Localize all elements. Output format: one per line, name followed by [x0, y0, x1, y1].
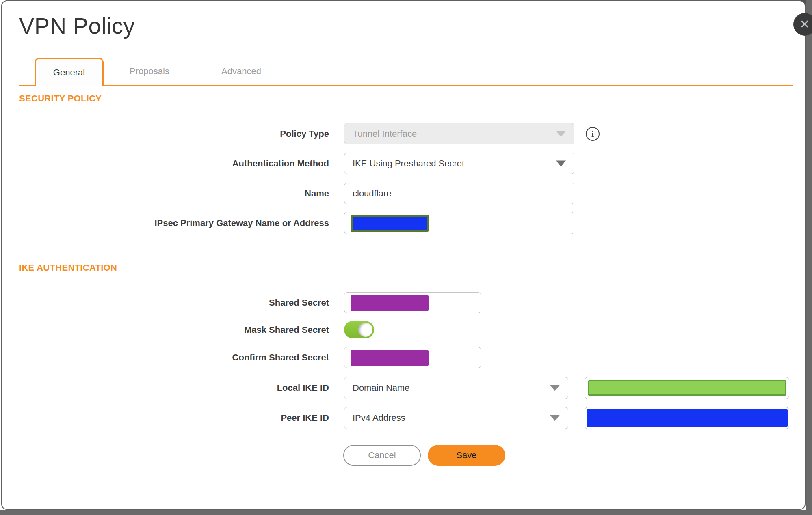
section-heading-security-policy: SECURITY POLICY [19, 93, 102, 104]
vpn-policy-dialog: VPN Policy General Proposals Advanced SE… [1, 0, 806, 510]
confirm-shared-secret-input[interactable] [344, 347, 481, 368]
policy-type-label: Policy Type [2, 123, 329, 144]
confirm-shared-secret-label: Confirm Shared Secret [2, 347, 329, 368]
chevron-down-icon [556, 131, 566, 137]
gateway-label: IPsec Primary Gateway Name or Address [2, 212, 329, 234]
peer-ike-id-value-input[interactable] [585, 407, 789, 429]
redacted-value-overlay [351, 350, 429, 366]
save-button[interactable]: Save [428, 445, 505, 466]
auth-method-dropdown[interactable]: IKE Using Preshared Secret [344, 153, 574, 174]
shared-secret-label: Shared Secret [2, 292, 329, 313]
policy-type-dropdown: Tunnel Interface [344, 123, 574, 144]
name-value: cloudflare [353, 188, 391, 199]
page-title: VPN Policy [19, 13, 135, 39]
local-ike-id-dropdown[interactable]: Domain Name [344, 377, 568, 399]
local-ike-id-value-input[interactable] [585, 377, 789, 399]
chevron-down-icon [556, 160, 566, 166]
tab-advanced[interactable]: Advanced [195, 58, 287, 85]
name-input[interactable]: cloudflare [344, 183, 574, 204]
section-heading-ike-authentication: IKE AUTHENTICATION [19, 263, 117, 273]
shared-secret-input[interactable] [344, 292, 481, 313]
redacted-value-overlay [351, 215, 429, 232]
name-label: Name [2, 183, 329, 204]
close-icon: ✕ [799, 17, 810, 31]
tab-bar: General Proposals Advanced [19, 58, 793, 86]
peer-ike-id-value: IPv4 Address [353, 413, 405, 423]
toggle-thumb [358, 323, 372, 337]
mask-shared-secret-label: Mask Shared Secret [2, 321, 329, 338]
redacted-value-overlay [588, 380, 786, 396]
gateway-input[interactable] [344, 212, 574, 234]
info-icon[interactable]: i [586, 127, 600, 141]
peer-ike-id-label: Peer IKE ID [2, 407, 329, 429]
modal-backdrop [806, 0, 812, 515]
peer-ike-id-dropdown[interactable]: IPv4 Address [344, 407, 568, 429]
chevron-down-icon [550, 385, 560, 391]
modal-backdrop [0, 510, 812, 515]
local-ike-id-label: Local IKE ID [2, 377, 329, 399]
tab-proposals[interactable]: Proposals [104, 58, 195, 85]
policy-type-value: Tunnel Interface [353, 129, 417, 139]
local-ike-id-value: Domain Name [353, 383, 410, 393]
cancel-button[interactable]: Cancel [343, 445, 421, 466]
redacted-value-overlay [351, 295, 429, 311]
auth-method-label: Authentication Method [2, 153, 329, 174]
redacted-value-overlay [587, 409, 788, 427]
mask-shared-secret-toggle[interactable] [344, 321, 374, 338]
chevron-down-icon [550, 415, 560, 421]
tab-general[interactable]: General [35, 58, 104, 86]
auth-method-value: IKE Using Preshared Secret [353, 158, 464, 169]
